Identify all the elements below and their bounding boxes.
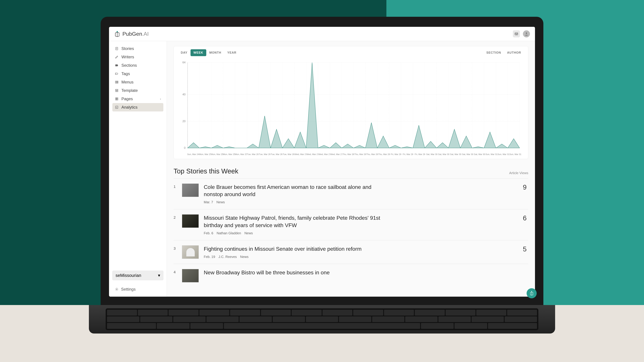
x-tick-label: Sat, Mar 30 bbox=[474, 153, 486, 156]
sidebar-item-template[interactable]: Template bbox=[112, 86, 163, 95]
settings-link[interactable]: Settings bbox=[112, 285, 163, 293]
tab-year[interactable]: YEAR bbox=[224, 49, 239, 56]
views-column-header: Article Views bbox=[509, 171, 528, 175]
chevron-right-icon: › bbox=[160, 97, 161, 101]
story-title: Cole Brauer becomes first American woman… bbox=[204, 184, 388, 198]
x-tick-label: Fri, Mar 29 bbox=[414, 153, 426, 156]
sidebar-item-stories[interactable]: Stories bbox=[112, 44, 163, 53]
x-tick-label: Tue, Mar 26 bbox=[247, 153, 259, 156]
story-author: J.C. Reeves bbox=[218, 255, 237, 259]
x-tick-label: Sun, Mar 24 bbox=[187, 153, 199, 156]
story-row[interactable]: 3 Fighting continues in Missouri Senate … bbox=[174, 240, 528, 264]
brand-text: PubGen bbox=[122, 31, 142, 37]
group-tabs: SECTION AUTHOR bbox=[483, 49, 524, 56]
x-tick-label: Mon, Mar 25 bbox=[223, 153, 235, 156]
sidebar-item-writers[interactable]: Writers bbox=[112, 53, 163, 61]
story-title: Missouri State Highway Patrol, friends, … bbox=[204, 214, 388, 229]
story-views: 9 bbox=[523, 184, 528, 191]
x-tick-label: Tue, Mar 26 bbox=[259, 153, 271, 156]
svg-point-9 bbox=[116, 73, 116, 74]
layout-button[interactable] bbox=[513, 30, 520, 37]
tag-solid-icon bbox=[115, 63, 119, 67]
x-tick-label: Mon, Mar 25 bbox=[235, 153, 247, 156]
brand-logo: PubGen.AI bbox=[114, 31, 149, 37]
story-meta: Feb. 6 Nathan Gladden News bbox=[204, 231, 388, 235]
x-tick-label: Sun, Mar 31 bbox=[486, 153, 498, 156]
analytics-chart-card: DAY WEEK MONTH YEAR SECTION AUTHOR bbox=[174, 46, 528, 159]
sidebar-item-analytics[interactable]: Analytics bbox=[112, 103, 163, 111]
person-icon bbox=[524, 32, 528, 36]
story-row[interactable]: 1 Cole Brauer becomes first American wom… bbox=[174, 178, 528, 209]
story-thumbnail bbox=[182, 214, 199, 228]
brand-suffix: .AI bbox=[142, 31, 148, 37]
nav-label: Analytics bbox=[122, 105, 138, 110]
svg-rect-10 bbox=[116, 81, 116, 83]
svg-rect-16 bbox=[116, 98, 116, 99]
x-tick-label: Thu, Mar 28 bbox=[354, 153, 366, 156]
sidebar-item-pages[interactable]: Pages › bbox=[112, 95, 163, 103]
story-thumbnail bbox=[182, 184, 199, 197]
x-tick-label: Sun, Mar 31 bbox=[510, 153, 522, 156]
story-views: 5 bbox=[523, 245, 528, 253]
x-tick-label: Sat, Mar 30 bbox=[450, 153, 462, 156]
site-selector[interactable]: seMissourian ▾ bbox=[112, 271, 163, 280]
app-header: PubGen.AI bbox=[109, 27, 535, 41]
period-tabs: DAY WEEK MONTH YEAR bbox=[178, 49, 240, 56]
story-thumbnail bbox=[182, 245, 199, 259]
tab-week[interactable]: WEEK bbox=[190, 49, 206, 56]
brand-name: PubGen.AI bbox=[122, 31, 149, 37]
x-tick-label: Wed, Mar 27 bbox=[306, 153, 318, 156]
x-tick-label: Sat, Mar 30 bbox=[438, 153, 450, 156]
story-thumbnail bbox=[182, 269, 199, 282]
sidebar: Stories Writers Sections Tags bbox=[109, 41, 167, 297]
tab-day[interactable]: DAY bbox=[178, 49, 190, 56]
svg-rect-12 bbox=[118, 81, 118, 83]
svg-text:20: 20 bbox=[182, 120, 186, 123]
layout-icon bbox=[514, 32, 518, 36]
svg-rect-11 bbox=[116, 81, 117, 83]
story-section: News bbox=[216, 200, 225, 204]
story-row[interactable]: 4 New Broadway Bistro will be three busi… bbox=[174, 264, 528, 287]
svg-rect-13 bbox=[116, 89, 118, 90]
chart-icon bbox=[115, 105, 119, 109]
story-date: Feb. 6 bbox=[204, 231, 213, 235]
tab-month[interactable]: MONTH bbox=[206, 49, 224, 56]
sidebar-item-tags[interactable]: Tags bbox=[112, 69, 163, 78]
svg-rect-18 bbox=[116, 99, 116, 100]
x-tick-label: Mon, Mar 25 bbox=[199, 153, 211, 156]
x-tick-label: Thu, Mar 28 bbox=[378, 153, 390, 156]
svg-rect-15 bbox=[117, 90, 118, 92]
nav-label: Tags bbox=[122, 71, 130, 76]
svg-text:64: 64 bbox=[182, 61, 186, 64]
story-title: New Broadway Bistro will be three busine… bbox=[204, 269, 388, 276]
user-avatar[interactable] bbox=[523, 30, 530, 37]
story-section: News bbox=[240, 255, 248, 259]
sidebar-item-menus[interactable]: Menus bbox=[112, 78, 163, 86]
story-date: Feb. 19 bbox=[204, 255, 215, 259]
svg-point-64 bbox=[531, 291, 532, 292]
caret-down-icon: ▾ bbox=[158, 273, 160, 278]
x-tick-label: Sat, Mar 30 bbox=[462, 153, 474, 156]
svg-point-4 bbox=[526, 32, 527, 34]
tab-author[interactable]: AUTHOR bbox=[504, 49, 524, 56]
grid-icon bbox=[115, 97, 119, 101]
svg-rect-19 bbox=[117, 99, 118, 100]
svg-rect-14 bbox=[116, 90, 116, 92]
nav-label: Menus bbox=[122, 80, 134, 84]
template-icon bbox=[115, 88, 119, 92]
story-section: News bbox=[244, 231, 253, 235]
x-tick-label: Wed, Mar 27 bbox=[330, 153, 342, 156]
story-title: Fighting continues in Missouri Senate ov… bbox=[204, 245, 388, 253]
nav-label: Pages bbox=[122, 96, 133, 101]
x-tick-label: Fri, Mar 29 bbox=[402, 153, 414, 156]
svg-point-24 bbox=[116, 289, 117, 290]
gear-icon bbox=[115, 287, 119, 291]
story-rank: 3 bbox=[174, 245, 177, 251]
document-icon bbox=[115, 46, 119, 51]
tab-section[interactable]: SECTION bbox=[483, 49, 504, 56]
pencil-icon bbox=[115, 55, 119, 59]
x-tick-label: Mon, Mar 25 bbox=[211, 153, 223, 156]
sidebar-item-sections[interactable]: Sections bbox=[112, 61, 163, 69]
nav-label: Template bbox=[122, 88, 138, 93]
story-row[interactable]: 2 Missouri State Highway Patrol, friends… bbox=[174, 209, 528, 240]
